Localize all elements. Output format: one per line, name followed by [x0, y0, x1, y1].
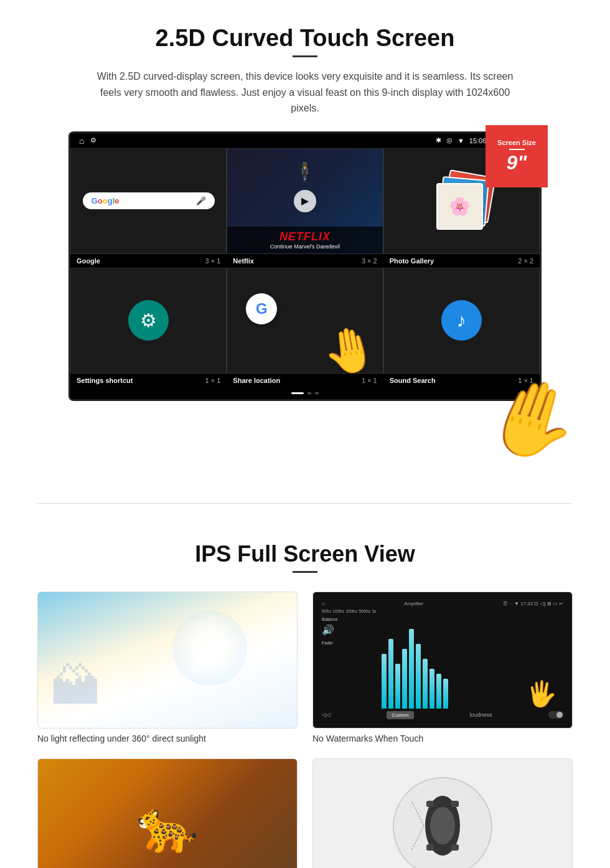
home-icon[interactable]: ⌂ [79, 136, 84, 146]
rear-left-wheel [426, 844, 434, 851]
title-underline [293, 55, 317, 57]
amp-body: 60hz 100hz 200hz 500hz 1k Balance 🔊 Fade… [322, 609, 563, 709]
netflix-figure: 🕴 [293, 161, 316, 183]
settings-label-size: 1 × 1 [205, 377, 221, 384]
section1-description: With 2.5D curved-display screen, this de… [87, 68, 523, 116]
bar-9 [436, 674, 441, 709]
hand-pointing-icon: 🤚 [318, 321, 380, 374]
bar-8 [429, 669, 434, 709]
feature-caption-2: No Watermarks When Touch [312, 734, 573, 743]
amp-topbar: ⌂ Amplifier ☰ · · ▼ 17:33 ⊡ ◁) ⊠ ▭ ↩ [322, 601, 563, 606]
feature-img-sunlight: 🏔 [37, 592, 298, 729]
feature-sunlight: 🏔 No light reflecting under 360° direct … [37, 592, 298, 743]
custom-btn[interactable]: Custom [387, 711, 414, 719]
amp-ui: ⌂ Amplifier ☰ · · ▼ 17:33 ⊡ ◁) ⊠ ▭ ↩ 60h… [318, 597, 567, 723]
settings-icon: ⚙ [128, 300, 169, 341]
bar-2 [388, 639, 393, 709]
pagination-dots [70, 387, 540, 399]
amp-hand-icon: 🖐 [526, 679, 557, 709]
amp-footer: ◁◁ Custom loudness [322, 711, 563, 719]
netflix-subtitle: Continue Marvel's Daredevil [232, 243, 377, 250]
google-label: Google 3 × 1 [70, 254, 227, 268]
gallery-stack: 🌸 [433, 173, 489, 229]
share-label-size: 1 × 1 [362, 377, 377, 384]
settings-label: Settings shortcut 1 × 1 [70, 374, 227, 387]
bar-4 [402, 649, 407, 709]
google-logo: Google [92, 196, 120, 205]
bluetooth-icon: ✱ [436, 136, 441, 144]
view-line-1 [411, 801, 424, 826]
google-search-bar[interactable]: Google 🎤 [83, 192, 215, 209]
gallery-img-3: 🌸 [436, 183, 483, 230]
section2-title: IPS Full Screen View [37, 541, 573, 567]
label-row-2: Settings shortcut 1 × 1 Share location 1… [70, 374, 540, 387]
car-circle [393, 777, 492, 868]
dot-3 [315, 392, 319, 394]
gallery-label-size: 2 × 2 [518, 257, 533, 265]
toggle-switch[interactable] [548, 711, 563, 719]
toggle-knob [556, 712, 563, 718]
share-label-name: Share location [233, 377, 280, 384]
section-curved-screen: 2.5D Curved Touch Screen With 2.5D curve… [0, 0, 610, 422]
netflix-logo: NETFLIX [232, 230, 377, 243]
mic-icon: 🎤 [196, 196, 206, 205]
settings-cell[interactable]: ⚙ [70, 268, 227, 374]
netflix-label-size: 3 × 2 [362, 257, 377, 265]
bar-1 [382, 654, 387, 709]
location-icon: ◎ [446, 136, 453, 144]
google-g-icon: G [246, 293, 277, 324]
netflix-overlay: NETFLIX Continue Marvel's Daredevil [227, 227, 382, 253]
share-cell[interactable]: G 🤚 [227, 268, 383, 374]
device-statusbar: ⌂ ⚙ ✱ ◎ ▼ 15:06 ⊡ ◁) ⊠ ▭ [70, 133, 540, 148]
sound-cell[interactable]: ♪ [383, 268, 540, 374]
gallery-label-name: Photo Gallery [390, 257, 434, 265]
usb-icon: ⚙ [90, 136, 96, 144]
netflix-label-bar: Netflix 3 × 2 [227, 254, 383, 268]
amp-freq-label: 60hz 100hz 200hz 500hz 1k [322, 609, 377, 613]
google-label-name: Google [77, 257, 100, 265]
feature-img-cheetah: 🐆 [37, 758, 298, 868]
netflix-label-name: Netflix [233, 257, 254, 265]
wifi-icon: ▼ [458, 137, 464, 144]
device-mockup: Screen Size 9" ⌂ ⚙ ✱ ◎ ▼ 15:06 ⊡ ◁) ⊠ [68, 131, 542, 401]
car-top-view-container [411, 788, 474, 866]
dot-2 [307, 392, 311, 394]
section-ips-view: IPS Full Screen View 🏔 No light reflecti… [0, 529, 610, 868]
google-cell[interactable]: Google 🎤 [70, 148, 227, 254]
amp-labels: 60hz 100hz 200hz 500hz 1k Balance 🔊 Fade… [322, 609, 377, 709]
bar-6 [416, 644, 421, 709]
google-label-size: 3 × 1 [205, 257, 221, 265]
fader-label: Fader [322, 641, 377, 645]
play-button[interactable]: ▶ [294, 190, 316, 212]
bar-7 [423, 659, 428, 709]
bar-3 [395, 664, 400, 709]
app-grid-bottom: ⚙ G 🤚 ♪ [70, 268, 540, 374]
section-divider [37, 503, 573, 504]
feature-img-car [312, 758, 573, 868]
feature-viewing-angle: Large Viewing Angle [312, 758, 573, 868]
device-frame: ⌂ ⚙ ✱ ◎ ▼ 15:06 ⊡ ◁) ⊠ ▭ [68, 131, 542, 401]
app-grid: Google 🎤 🕴 ▶ NETFLIX Continue Marvel's D… [70, 148, 540, 254]
share-label: Share location 1 × 1 [227, 374, 383, 387]
bar-10 [443, 679, 448, 709]
front-left-wheel [426, 801, 434, 807]
section2-underline [293, 571, 317, 573]
sound-label-name: Sound Search [390, 377, 436, 384]
amp-bars-container: 🖐 [382, 609, 563, 709]
feature-watermarks: ⌂ Amplifier ☰ · · ▼ 17:33 ⊡ ◁) ⊠ ▭ ↩ 60h… [312, 592, 573, 743]
volume-control: 🔊 [322, 624, 377, 636]
amp-home: ⌂ [322, 601, 325, 606]
landscape-bg: 🏔 [50, 658, 100, 715]
sound-label-size: 1 × 1 [518, 377, 533, 384]
section1-title: 2.5D Curved Touch Screen [37, 25, 573, 52]
feature-fast: 🐆 Super Fast Response [37, 758, 298, 868]
view-line-2 [411, 826, 424, 851]
cheetah-emoji: 🐆 [136, 798, 199, 856]
feature-grid: 🏔 No light reflecting under 360° direct … [37, 592, 573, 868]
loudness-label: loudness [470, 712, 492, 718]
status-time: 15:06 [469, 137, 487, 144]
badge-line [509, 149, 525, 150]
netflix-cell[interactable]: 🕴 ▶ NETFLIX Continue Marvel's Daredevil [227, 148, 383, 254]
settings-label-name: Settings shortcut [77, 377, 133, 384]
car-top-view-svg [411, 788, 474, 863]
